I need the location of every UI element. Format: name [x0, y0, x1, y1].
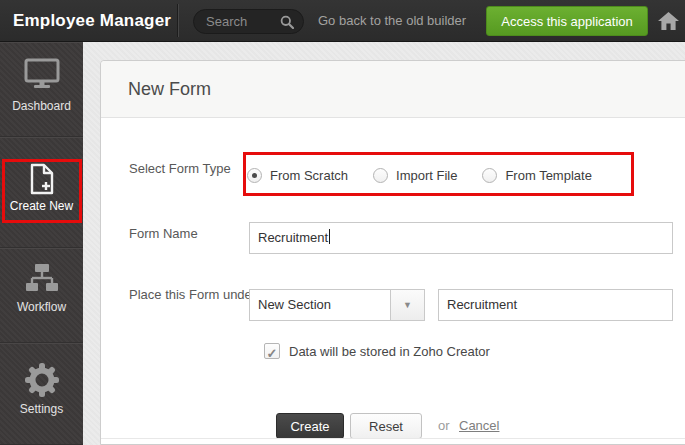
home-icon[interactable] [657, 10, 680, 32]
radio-from-scratch[interactable]: From Scratch [247, 168, 348, 183]
workflow-icon [0, 262, 83, 298]
sidebar-item-label: Settings [0, 402, 83, 416]
header-divider [178, 4, 179, 37]
search-box[interactable] [193, 9, 304, 34]
radio-label: From Scratch [270, 168, 348, 183]
section-name-input[interactable]: Recruitment [438, 289, 673, 321]
radio-button[interactable] [247, 168, 262, 183]
storage-checkbox-label: Data will be stored in Zoho Creator [289, 344, 490, 359]
radio-label: From Template [505, 168, 591, 183]
sidebar-item-settings[interactable]: Settings [0, 343, 83, 445]
form-type-label: Select Form Type [129, 161, 231, 176]
chevron-down-icon: ▼ [403, 300, 412, 310]
search-icon [280, 15, 294, 29]
sidebar-item-create-new[interactable]: Create New [0, 137, 83, 248]
radio-button[interactable] [482, 168, 497, 183]
monitor-icon [0, 58, 83, 94]
new-document-icon [0, 163, 83, 199]
app-title: Employee Manager [13, 0, 171, 41]
sidebar-item-label: Dashboard [0, 99, 83, 113]
search-input[interactable] [206, 12, 278, 31]
radio-label: Import File [396, 168, 457, 183]
panel-header: New Form [101, 61, 685, 118]
old-builder-link[interactable]: Go back to the old builder [318, 0, 466, 41]
access-application-button[interactable]: Access this application [486, 6, 648, 36]
sidebar-item-workflow[interactable]: Workflow [0, 248, 83, 343]
form-name-label: Form Name [129, 226, 198, 241]
radio-from-template[interactable]: From Template [482, 168, 591, 183]
check-icon: ✓ [267, 346, 278, 361]
storage-checkbox[interactable]: ✓ [264, 343, 280, 359]
sidebar-item-dashboard[interactable]: Dashboard [0, 42, 83, 137]
storage-checkbox-row: ✓ Data will be stored in Zoho Creator [264, 343, 490, 359]
panel-bottom-divider [101, 438, 685, 439]
cancel-link[interactable]: Cancel [459, 418, 499, 433]
dropdown-selected-value: New Section [258, 290, 331, 320]
radio-import-file[interactable]: Import File [373, 168, 457, 183]
left-sidebar: Dashboard Create New [0, 42, 83, 445]
place-under-label: Place this Form under [129, 287, 256, 302]
radio-button[interactable] [373, 168, 388, 183]
form-type-radio-group: From Scratch Import File From Template [247, 156, 617, 194]
reset-button[interactable]: Reset [350, 413, 422, 439]
app-screen: Employee Manager Go back to the old buil… [0, 0, 685, 445]
top-header-bar: Employee Manager Go back to the old buil… [0, 0, 685, 42]
text-cursor [329, 229, 330, 244]
gear-icon [0, 362, 83, 402]
dropdown-arrow-button[interactable]: ▼ [390, 290, 424, 320]
section-name-value: Recruitment [447, 297, 517, 312]
sidebar-item-label: Workflow [0, 300, 83, 314]
form-name-input[interactable]: Recruitment [249, 222, 673, 254]
sidebar-item-label: Create New [0, 199, 83, 213]
section-dropdown[interactable]: New Section ▼ [249, 289, 425, 321]
form-name-value: Recruitment [258, 230, 328, 245]
create-button[interactable]: Create [276, 413, 344, 439]
or-text: or [438, 418, 450, 433]
page-title: New Form [128, 61, 211, 117]
new-form-panel: New Form Select Form Type From Scratch I… [100, 60, 685, 445]
